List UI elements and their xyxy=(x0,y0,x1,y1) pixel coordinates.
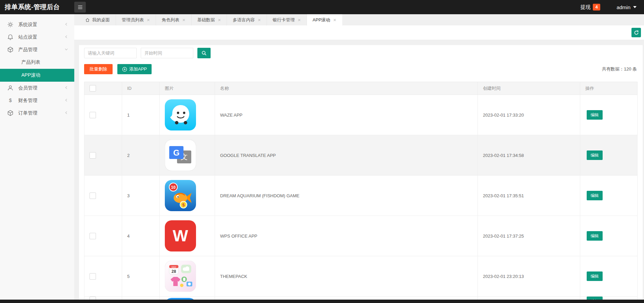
cell-name: DREAM AQUARIUM (FISHDOM) GAME xyxy=(215,176,478,216)
sidebar-toggle-button[interactable] xyxy=(74,2,86,13)
tab-3[interactable]: 基础数据× xyxy=(192,14,227,25)
chevron-left-icon xyxy=(64,110,69,116)
batch-delete-button[interactable]: 批量删除 xyxy=(84,64,113,74)
cell-name: THEMEPACK xyxy=(215,256,478,297)
tab-6-active[interactable]: APP滚动× xyxy=(307,14,343,25)
sidebar-subitem-label: APP滚动 xyxy=(21,72,40,78)
app-table: ID 图片 名称 创建时间 操作 1WAZE APP2023-02-01 17:… xyxy=(84,82,638,300)
cell-image: W xyxy=(160,216,215,256)
cell-image: 105 xyxy=(160,176,215,216)
close-icon[interactable]: × xyxy=(258,17,261,22)
waze-app-icon xyxy=(165,99,215,130)
edit-button[interactable]: 编辑 xyxy=(587,150,603,160)
sidebar-subitem-4-active[interactable]: APP滚动 xyxy=(0,69,74,82)
tab-4[interactable]: 多语言内容× xyxy=(227,14,267,25)
tab-0[interactable]: 我的桌面 xyxy=(79,14,116,25)
svg-text:G: G xyxy=(173,148,180,157)
sidebar-item-2[interactable]: 产品管理 xyxy=(0,43,74,56)
sidebar-item-5[interactable]: 会员管理 xyxy=(0,82,74,94)
table-row: 编辑 xyxy=(84,297,638,300)
cell-image: WED28 xyxy=(160,256,215,297)
add-app-label: 添加APP xyxy=(129,66,147,72)
col-header-name: 名称 xyxy=(215,82,478,95)
search-row xyxy=(84,48,638,58)
col-header-actions: 操作 xyxy=(580,82,638,95)
sidebar-item-1[interactable]: 站点设置 xyxy=(0,31,74,43)
table-header-row: ID 图片 名称 创建时间 操作 xyxy=(84,82,638,95)
cell-id: 4 xyxy=(122,216,160,256)
home-icon xyxy=(85,18,90,22)
cell-name: WAZE APP xyxy=(215,95,478,135)
cell-id: 2 xyxy=(122,135,160,176)
close-icon[interactable]: × xyxy=(147,17,150,22)
admin-app-window: 排单系统-管理后台 提现 4 admin 系统设置站点设置产品管理产品列表APP… xyxy=(0,0,644,303)
cell-actions: 编辑 xyxy=(580,216,638,256)
cell-actions: 编辑 xyxy=(580,95,638,135)
edit-button[interactable]: 编辑 xyxy=(587,231,603,241)
keyword-input[interactable] xyxy=(84,48,137,58)
username: admin xyxy=(617,4,630,10)
cell-actions: 编辑 xyxy=(580,176,638,216)
user-menu[interactable]: admin xyxy=(617,4,637,10)
close-icon[interactable]: × xyxy=(333,17,336,22)
cell-image xyxy=(160,297,215,300)
cell-actions: 编辑 xyxy=(580,256,638,297)
tab-2[interactable]: 角色列表× xyxy=(156,14,192,25)
close-icon[interactable]: × xyxy=(218,17,221,22)
add-app-button[interactable]: 添加APP xyxy=(117,64,152,74)
edit-button[interactable]: 编辑 xyxy=(587,297,603,300)
edit-button[interactable]: 编辑 xyxy=(587,271,603,281)
sidebar-item-0[interactable]: 系统设置 xyxy=(0,18,74,31)
start-time-input[interactable] xyxy=(141,48,193,58)
refresh-icon xyxy=(633,30,639,36)
cell-image xyxy=(160,95,215,135)
cell-created: 2023-02-01 17:33:20 xyxy=(478,95,580,135)
sidebar-item-6[interactable]: $财务管理 xyxy=(0,94,74,107)
select-all-checkbox[interactable] xyxy=(90,85,96,92)
sidebar-subitem-3[interactable]: 产品列表 xyxy=(0,56,74,69)
sidebar-item-label: 订单管理 xyxy=(18,110,37,116)
chevron-left-icon xyxy=(64,22,69,27)
topbar-right: 提现 4 admin xyxy=(580,4,644,11)
edit-button[interactable]: 编辑 xyxy=(587,191,603,200)
cell-created: 2023-02-01 17:37:25 xyxy=(478,216,580,256)
close-icon[interactable]: × xyxy=(298,17,301,22)
row-checkbox[interactable] xyxy=(90,297,96,300)
actions-row: 批量删除 添加APP 共有数据：120 条 xyxy=(84,64,638,74)
row-checkbox[interactable] xyxy=(90,152,96,159)
sidebar: 系统设置站点设置产品管理产品列表APP滚动会员管理$财务管理订单管理 xyxy=(0,14,74,300)
table-body: 1WAZE APP2023-02-01 17:33:20编辑2文GGOOGLE … xyxy=(84,95,638,300)
bottom-bar xyxy=(0,300,644,303)
row-checkbox[interactable] xyxy=(90,233,96,239)
sidebar-item-label: 会员管理 xyxy=(18,85,37,91)
svg-text:$: $ xyxy=(9,98,12,103)
withdraw-menu-item[interactable]: 提现 4 xyxy=(580,4,600,11)
tab-label: 管理员列表 xyxy=(122,17,144,23)
col-header-created: 创建时间 xyxy=(478,82,580,95)
search-button[interactable] xyxy=(197,48,211,58)
table-row: 4WWPS OFFICE APP2023-02-01 17:37:25编辑 xyxy=(84,216,638,256)
fishdom-app-icon: 105 xyxy=(165,180,215,211)
tab-5[interactable]: 银行卡管理× xyxy=(267,14,307,25)
content-toolbar xyxy=(74,25,644,40)
cell-image: 文G xyxy=(160,135,215,176)
table-row: 3105DREAM AQUARIUM (FISHDOM) GAME2023-02… xyxy=(84,176,638,216)
edit-button[interactable]: 编辑 xyxy=(587,110,603,120)
cell-id xyxy=(122,297,160,300)
sidebar-item-7[interactable]: 订单管理 xyxy=(0,107,74,119)
tab-label: APP滚动 xyxy=(313,17,330,23)
close-icon[interactable]: × xyxy=(182,17,186,22)
col-header-id: ID xyxy=(122,82,160,95)
sidebar-subitem-label: 产品列表 xyxy=(21,59,40,65)
tab-label: 角色列表 xyxy=(162,17,179,23)
row-checkbox[interactable] xyxy=(90,193,96,199)
refresh-button[interactable] xyxy=(631,28,641,37)
box-icon xyxy=(7,46,14,53)
row-checkbox[interactable] xyxy=(90,273,96,280)
row-checkbox[interactable] xyxy=(90,112,96,118)
svg-text:10: 10 xyxy=(171,185,176,190)
svg-text:5: 5 xyxy=(182,203,185,207)
withdraw-count-badge: 4 xyxy=(593,4,600,11)
tab-1[interactable]: 管理员列表× xyxy=(116,14,156,25)
sidebar-item-label: 财务管理 xyxy=(18,98,37,104)
